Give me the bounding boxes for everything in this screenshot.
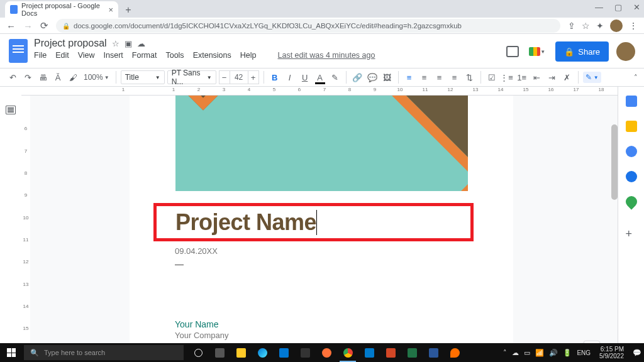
- decrease-font-button[interactable]: −: [219, 70, 230, 84]
- align-right-button[interactable]: ≡: [433, 71, 446, 84]
- menu-file[interactable]: File: [34, 51, 47, 60]
- menu-view[interactable]: View: [78, 51, 95, 60]
- editing-mode-button[interactable]: ✎▼: [583, 72, 601, 83]
- increase-font-button[interactable]: +: [248, 70, 259, 84]
- notifications-icon[interactable]: 💬: [633, 349, 641, 357]
- powerpoint-icon[interactable]: [380, 343, 401, 362]
- document-canvas[interactable]: 112345678910111213141516171819 678910111…: [21, 87, 618, 362]
- share-button[interactable]: 🔒 Share: [555, 41, 609, 62]
- forward-button[interactable]: →: [23, 21, 33, 31]
- menu-tools[interactable]: Tools: [165, 51, 184, 60]
- battery-icon[interactable]: 🔋: [563, 349, 572, 357]
- insert-image-button[interactable]: 🖼: [381, 71, 394, 84]
- increase-indent-button[interactable]: ⇥: [546, 71, 558, 84]
- close-tab-icon[interactable]: ×: [108, 5, 113, 14]
- bold-button[interactable]: B: [269, 71, 281, 84]
- minimize-icon[interactable]: —: [595, 3, 603, 12]
- chrome-icon[interactable]: [337, 343, 358, 362]
- start-button[interactable]: [0, 343, 23, 362]
- taskbar-search[interactable]: 🔍 Type here to search: [24, 345, 184, 360]
- document-title[interactable]: Project proposal: [34, 38, 107, 49]
- add-addon-button[interactable]: +: [626, 228, 637, 239]
- wifi-icon[interactable]: 📶: [535, 349, 544, 357]
- decrease-indent-button[interactable]: ⇤: [531, 71, 543, 84]
- vertical-ruler[interactable]: 678910111213141516: [21, 96, 30, 362]
- back-button[interactable]: ←: [6, 21, 16, 31]
- underline-button[interactable]: U: [299, 71, 311, 84]
- menu-help[interactable]: Help: [240, 51, 257, 60]
- account-avatar[interactable]: [616, 42, 635, 61]
- vscode-icon[interactable]: [358, 343, 380, 362]
- font-size-value[interactable]: 42: [230, 70, 248, 84]
- browser-tab[interactable]: Project proposal - Google Docs ×: [5, 1, 118, 18]
- add-comment-button[interactable]: 💬: [366, 71, 379, 84]
- project-name-title[interactable]: Project Name: [175, 211, 316, 234]
- explorer-icon[interactable]: [230, 343, 252, 362]
- reload-button[interactable]: ⟳: [40, 20, 48, 31]
- meet-button[interactable]: ▼: [526, 42, 548, 61]
- menu-edit[interactable]: Edit: [55, 51, 69, 60]
- cloud-status-icon[interactable]: ☁: [137, 39, 145, 48]
- menu-extensions[interactable]: Extensions: [193, 51, 231, 60]
- redo-button[interactable]: ↷: [21, 71, 34, 84]
- style-select[interactable]: Title▼: [121, 70, 165, 84]
- meet-now-icon[interactable]: ▭: [524, 349, 530, 357]
- align-center-button[interactable]: ≡: [418, 71, 431, 84]
- comments-icon[interactable]: [506, 46, 519, 57]
- date-text[interactable]: 09.04.20XX: [175, 246, 218, 256]
- store-icon[interactable]: [294, 343, 316, 362]
- close-window-icon[interactable]: ✕: [633, 3, 640, 12]
- maps-icon[interactable]: [623, 194, 639, 209]
- menu-insert[interactable]: Insert: [104, 51, 123, 60]
- language-icon[interactable]: ENG: [577, 349, 591, 356]
- share-url-icon[interactable]: ⇪: [568, 21, 575, 31]
- paint-format-button[interactable]: 🖌: [67, 71, 79, 84]
- move-icon[interactable]: ▣: [125, 39, 132, 48]
- hide-menus-button[interactable]: ˄: [634, 74, 638, 82]
- italic-button[interactable]: I: [284, 71, 296, 84]
- new-tab-button[interactable]: +: [121, 3, 136, 18]
- zoom-select[interactable]: 100%▼: [82, 70, 111, 84]
- maximize-icon[interactable]: ▢: [614, 3, 622, 12]
- bulleted-list-button[interactable]: ⋮≡: [501, 71, 513, 84]
- align-left-button[interactable]: ≡: [403, 71, 416, 84]
- onedrive-icon[interactable]: ☁: [512, 349, 519, 357]
- calendar-icon[interactable]: [626, 96, 637, 107]
- undo-button[interactable]: ↶: [6, 71, 19, 84]
- print-button[interactable]: 🖶: [36, 71, 49, 84]
- profile-avatar[interactable]: [610, 19, 623, 32]
- menu-format[interactable]: Format: [132, 51, 157, 60]
- mail-icon[interactable]: [273, 343, 294, 362]
- header-image[interactable]: [175, 96, 468, 191]
- page[interactable]: Project Name 09.04.20XX — Your Name Your…: [130, 96, 513, 362]
- checklist-button[interactable]: ☑: [486, 71, 498, 84]
- clear-format-button[interactable]: ✗: [561, 71, 574, 84]
- line-spacing-button[interactable]: ⇅: [464, 71, 476, 84]
- align-justify-button[interactable]: ≡: [448, 71, 461, 84]
- divider-text[interactable]: —: [175, 259, 184, 269]
- firefox-icon[interactable]: [316, 343, 337, 362]
- clock[interactable]: 6:15 PM 5/9/2022: [596, 346, 628, 359]
- text-color-button[interactable]: A: [314, 71, 326, 84]
- chrome-menu-icon[interactable]: ⋮: [629, 21, 638, 31]
- tray-chevron-icon[interactable]: ˄: [503, 349, 507, 357]
- spellcheck-button[interactable]: Ă: [52, 71, 64, 84]
- font-select[interactable]: PT Sans N...▼: [167, 70, 216, 84]
- taskview-icon[interactable]: [209, 343, 230, 362]
- vertical-scrollbar[interactable]: [611, 124, 618, 200]
- edge-icon[interactable]: [252, 343, 273, 362]
- url-bar[interactable]: 🔒 docs.google.com/document/d/1dg5ICKCHOl…: [56, 19, 560, 33]
- insert-link-button[interactable]: 🔗: [351, 71, 364, 84]
- volume-icon[interactable]: 🔊: [549, 349, 558, 357]
- numbered-list-button[interactable]: 1≡: [516, 71, 528, 84]
- word-icon[interactable]: [423, 343, 444, 362]
- excel-icon[interactable]: [401, 343, 423, 362]
- tasks-icon[interactable]: [626, 146, 637, 157]
- star-icon[interactable]: ☆: [112, 39, 119, 48]
- extensions-icon[interactable]: ✦: [596, 21, 604, 31]
- your-company-text[interactable]: Your Company: [175, 331, 229, 340]
- last-edit-link[interactable]: Last edit was 4 minutes ago: [278, 51, 375, 60]
- highlight-button[interactable]: ✎: [329, 71, 341, 84]
- cortana-icon[interactable]: [187, 343, 209, 362]
- outline-icon[interactable]: [6, 106, 16, 114]
